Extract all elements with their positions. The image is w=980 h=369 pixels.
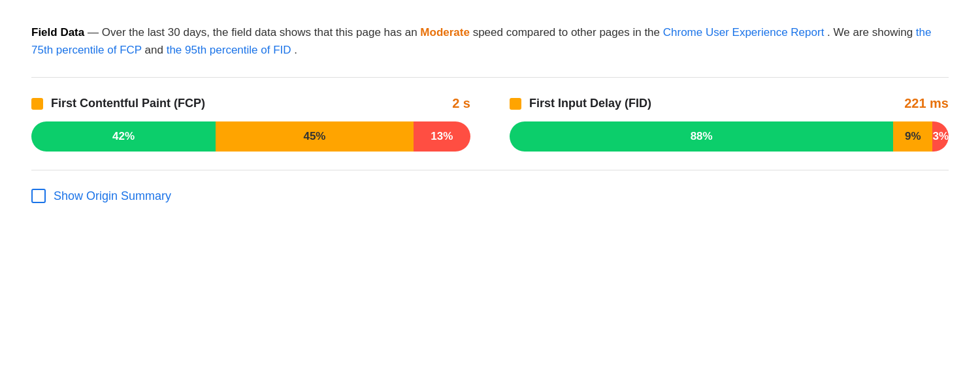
chrome-report-link[interactable]: Chrome User Experience Report [663, 26, 825, 39]
fid-bar-poor-label: 3% [932, 130, 949, 143]
fid-bar-moderate-label: 9% [905, 130, 921, 143]
fid-color-indicator [510, 98, 521, 110]
description-before: — Over the last 30 days, the field data … [88, 26, 420, 39]
top-divider [31, 77, 949, 78]
fid-bar-good-label: 88% [691, 130, 713, 143]
fcp-bar-moderate-label: 45% [303, 130, 325, 143]
fcp-bar-good: 42% [31, 121, 216, 152]
fcp-bar-poor: 13% [414, 121, 470, 152]
percentile-fid-link[interactable]: the 95th percentile of FID [167, 44, 291, 56]
fid-bar-poor: 3% [932, 121, 949, 152]
bottom-divider [31, 170, 949, 170]
metrics-row: First Contentful Paint (FCP) 2 s 42% 45%… [31, 96, 949, 152]
fcp-color-indicator [31, 98, 43, 110]
fid-metric-block: First Input Delay (FID) 221 ms 88% 9% 3% [510, 96, 949, 152]
fid-bar: 88% 9% 3% [510, 121, 949, 152]
fcp-bar: 42% 45% 13% [31, 121, 470, 152]
field-data-description: Field Data — Over the last 30 days, the … [31, 24, 949, 59]
show-origin-checkbox-label[interactable]: Show Origin Summary [31, 189, 949, 203]
show-origin-label: Show Origin Summary [54, 189, 171, 203]
description-after: . We are showing [827, 26, 916, 39]
fcp-title: First Contentful Paint (FCP) [51, 97, 452, 110]
fid-header: First Input Delay (FID) 221 ms [510, 96, 949, 111]
show-origin-checkbox[interactable] [31, 189, 46, 203]
period: . [294, 44, 297, 56]
fcp-bar-good-label: 42% [112, 130, 135, 143]
main-card: Field Data — Over the last 30 days, the … [0, 0, 980, 369]
fcp-bar-moderate: 45% [216, 121, 413, 152]
and-text: and [145, 44, 167, 56]
field-data-label: Field Data [31, 26, 84, 39]
fid-bar-moderate: 9% [893, 121, 932, 152]
fcp-value: 2 s [452, 96, 470, 111]
fid-value: 221 ms [904, 96, 949, 111]
moderate-label: Moderate [420, 26, 470, 39]
fcp-header: First Contentful Paint (FCP) 2 s [31, 96, 470, 111]
fcp-bar-poor-label: 13% [431, 130, 453, 143]
fid-bar-good: 88% [510, 121, 893, 152]
fcp-metric-block: First Contentful Paint (FCP) 2 s 42% 45%… [31, 96, 470, 152]
description-middle: speed compared to other pages in the [473, 26, 663, 39]
fid-title: First Input Delay (FID) [529, 97, 904, 110]
